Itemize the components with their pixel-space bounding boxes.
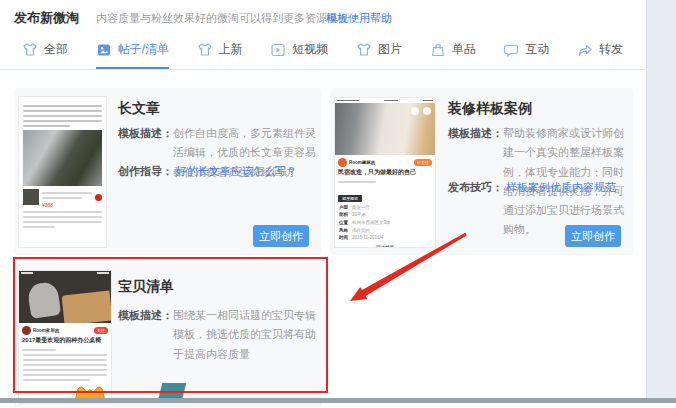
preview-subtext	[19, 349, 111, 351]
preview-product-row: ¥368	[23, 189, 102, 208]
tab-label: 全部	[44, 41, 68, 58]
writing-guide-link[interactable]: 好的长文章应该怎么写？	[176, 165, 297, 177]
card-description: 模板描述： 围绕某一相同话题的宝贝专辑模板，挑选优质的宝贝将有助于提高内容质量	[118, 306, 316, 364]
tab-label: 图片	[378, 41, 402, 58]
preview-text-lines	[19, 354, 111, 381]
author-name: Room家居志	[33, 328, 92, 333]
tab-label: 帖子/清单	[118, 41, 169, 58]
page-subtitle: 内容质量与粉丝效果好的微淘可以得到更多资源曝光	[96, 11, 349, 26]
card-tip-row: 创作指导： 好的长文章应该怎么写？	[118, 164, 297, 179]
tip-label: 发布技巧：	[448, 181, 503, 193]
detail-row: 位置杭州市西湖区文3路	[335, 219, 435, 227]
card-title: 长文章	[118, 100, 160, 118]
buy-button-icon	[95, 194, 102, 201]
chair-shape	[27, 281, 61, 319]
share-arrow-icon	[577, 42, 593, 58]
create-now-button[interactable]: 立即创作	[253, 225, 309, 247]
shopping-bag-icon	[430, 42, 446, 58]
follow-badge: 已关注	[414, 159, 432, 166]
detail-row: 面积30平米	[335, 211, 435, 219]
tab-interaction[interactable]: 互动	[503, 32, 549, 69]
post-list-icon	[96, 42, 112, 58]
tip-label: 创作指导：	[118, 165, 173, 177]
overview-tag: 整屋概览	[338, 195, 362, 202]
category-tabbar: 全部 帖子/清单 上新 短视频 图片 单品 互动 转发	[0, 32, 645, 70]
tab-label: 互动	[525, 41, 549, 58]
tab-new-arrivals[interactable]: 上新	[197, 32, 243, 69]
window-bottom-bar	[0, 398, 676, 403]
tab-forward[interactable]: 转发	[577, 32, 623, 69]
product-text-lines	[42, 192, 92, 199]
chat-bubble-icon	[503, 42, 519, 58]
chair-photo	[19, 271, 111, 323]
tab-posts-lists[interactable]: 帖子/清单	[96, 32, 169, 69]
phone-statusbar	[21, 272, 109, 274]
video-icon	[270, 42, 286, 58]
content-guideline-link[interactable]: 样板案例优质内容规范	[506, 181, 616, 193]
card-tip-row: 发布技巧： 样板案例优质内容规范	[448, 180, 616, 195]
long-article-preview: ¥368	[18, 96, 107, 248]
product-info: ¥368	[42, 189, 92, 208]
preview-photo	[23, 130, 102, 186]
tab-short-video[interactable]: 短视频	[270, 32, 328, 69]
description-label: 模板描述：	[118, 306, 173, 364]
tab-label: 上新	[219, 41, 243, 58]
avatar	[22, 326, 31, 335]
create-now-button[interactable]: 立即创作	[565, 225, 621, 247]
template-card-long-article: ¥368 长文章 模板描述： 创作自由度高，多元素组件灵活编辑，优质的长文章更容…	[14, 88, 321, 255]
detail-row: 风格现代简约	[335, 227, 435, 235]
tab-label: 转发	[599, 41, 623, 58]
tab-label: 单品	[452, 41, 476, 58]
card-title: 装修样板案例	[448, 100, 532, 118]
follow-badge: 关注	[94, 327, 108, 334]
tab-single-item[interactable]: 单品	[430, 32, 476, 69]
page-header: 发布新微淘 内容质量与粉丝效果好的微淘可以得到更多资源曝光 模板使用帮助	[0, 0, 645, 32]
circle-icon	[411, 107, 419, 115]
detail-row: 户型两室一厅	[335, 204, 435, 212]
section-divider: 设计感悟	[341, 245, 429, 248]
preview-text-lines	[23, 105, 102, 127]
tshirt-icon	[356, 42, 372, 58]
tshirt-icon	[22, 42, 38, 58]
author-name: Room建筑志	[349, 160, 412, 165]
tab-label: 短视频	[292, 41, 328, 58]
template-help-link[interactable]: 模板使用帮助	[326, 11, 392, 26]
page-title: 发布新微淘	[14, 9, 79, 27]
decoration-case-preview: Room建筑志 已关注 民宿改造，只为做最好的自己 整屋概览 户型两室一厅 面积…	[334, 97, 436, 248]
author-row: Room家居志 关注	[19, 323, 111, 336]
circle-icon	[423, 107, 431, 115]
preview-text-lines	[23, 211, 102, 228]
template-card-decoration-case: Room建筑志 已关注 民宿改造，只为做最好的自己 整屋概览 户型两室一厅 面积…	[330, 88, 633, 255]
card-title: 宝贝清单	[118, 278, 174, 296]
detail-row: 时间2015/11-2016/4	[335, 234, 435, 242]
publish-weitao-page: 发布新微淘 内容质量与粉丝效果好的微淘可以得到更多资源曝光 模板使用帮助 全部 …	[0, 0, 676, 408]
preview-title: 民宿改造，只为做最好的自己	[335, 168, 435, 178]
product-thumb	[23, 189, 39, 205]
description-text: 围绕某一相同话题的宝贝专辑模板，挑选优质的宝贝将有助于提高内容质量	[173, 306, 316, 364]
avatar	[338, 158, 347, 167]
author-row: Room建筑志 已关注	[335, 155, 435, 168]
preview-title: 2017最受欢迎的四种办公桌椅	[19, 336, 111, 346]
preview-subtext	[335, 181, 435, 183]
tshirt-icon	[197, 42, 213, 58]
room-photo	[335, 103, 435, 155]
desk-shape	[62, 291, 111, 323]
right-rail	[646, 0, 676, 398]
product-price: ¥368	[42, 202, 92, 208]
tab-all[interactable]: 全部	[22, 32, 68, 69]
tab-images[interactable]: 图片	[356, 32, 402, 69]
